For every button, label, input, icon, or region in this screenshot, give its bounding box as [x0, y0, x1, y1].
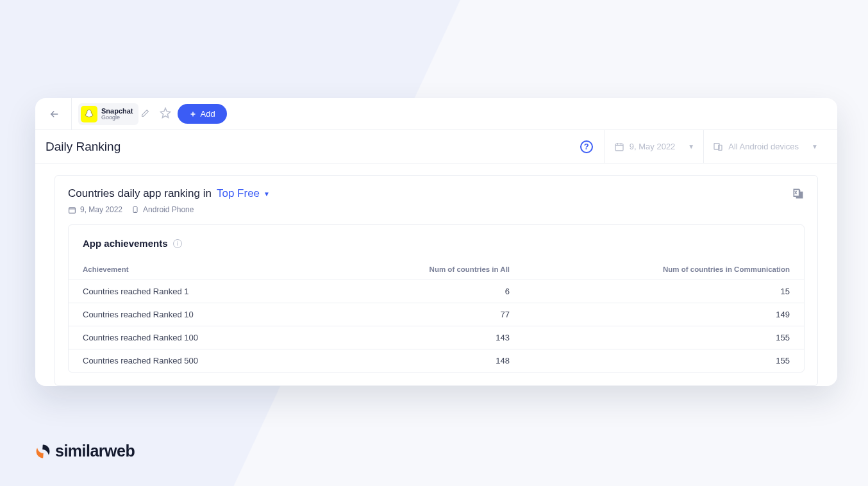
app-chip[interactable]: Snapchat Google [78, 103, 138, 125]
panel-title-row: Countries daily app ranking in Top Free … [68, 187, 270, 200]
phone-icon [131, 206, 139, 214]
back-button[interactable] [43, 103, 66, 126]
cell-comm: 155 [524, 326, 804, 349]
chevron-down-icon: ▼ [688, 143, 694, 150]
cell-comm: 15 [524, 280, 804, 303]
meta-device: Android Phone [131, 205, 194, 214]
cell-comm: 155 [524, 349, 804, 373]
calendar-icon [614, 142, 624, 152]
arrow-left-icon [49, 108, 60, 120]
category-value: Top Free [217, 187, 260, 200]
col-communication: Num of countries in Communication [524, 260, 804, 280]
main-card: Snapchat Google Add Daily Ranking ? 9, M… [35, 98, 837, 386]
titlebar: Daily Ranking ? 9, May 2022 ▼ All Androi… [35, 130, 837, 163]
devices-icon [713, 142, 723, 152]
cell-all: 77 [328, 303, 524, 326]
content: Countries daily app ranking in Top Free … [35, 163, 837, 386]
date-filter-value: 9, May 2022 [630, 142, 676, 151]
table-row: Countries reached Ranked 10 77 149 [69, 303, 804, 326]
meta-date: 9, May 2022 [68, 205, 122, 214]
cell-all: 143 [328, 326, 524, 349]
app-chip-text: Snapchat Google [101, 107, 133, 121]
cell-label: Countries reached Ranked 500 [69, 349, 328, 373]
table-row: Countries reached Ranked 100 143 155 [69, 326, 804, 349]
favorite-button[interactable] [153, 103, 178, 125]
panel-header: Countries daily app ranking in Top Free … [55, 187, 817, 224]
add-button-label: Add [201, 109, 215, 119]
topbar: Snapchat Google Add [35, 98, 837, 130]
cell-label: Countries reached Ranked 100 [69, 326, 328, 349]
export-excel-button[interactable] [792, 187, 805, 203]
excel-icon [792, 187, 805, 200]
chevron-down-icon: ▼ [263, 190, 270, 197]
plus-icon [189, 110, 197, 118]
ghost-icon [83, 108, 95, 120]
divider [71, 98, 72, 130]
achievements-title: App achievements [83, 238, 168, 249]
brand: similarweb [35, 442, 135, 460]
cell-all: 6 [328, 280, 524, 303]
panel-title-prefix: Countries daily app ranking in [68, 187, 212, 200]
cell-comm: 149 [524, 303, 804, 326]
col-all: Num of countries in All [328, 260, 524, 280]
snapchat-app-icon [81, 106, 97, 122]
category-dropdown[interactable]: Top Free ▼ [217, 187, 270, 200]
table-row: Countries reached Ranked 500 148 155 [69, 349, 804, 373]
edit-button[interactable] [137, 105, 153, 124]
achievements-box: App achievements i Achievement Num of co… [68, 224, 805, 373]
device-filter-value: All Android devices [728, 142, 799, 151]
app-name: Snapchat [101, 107, 133, 115]
meta-device-value: Android Phone [143, 205, 194, 214]
achievements-title-row: App achievements i [69, 238, 804, 260]
table-header-row: Achievement Num of countries in All Num … [69, 260, 804, 280]
table-row: Countries reached Ranked 1 6 15 [69, 280, 804, 303]
date-filter[interactable]: 9, May 2022 ▼ [605, 130, 703, 163]
col-achievement: Achievement [69, 260, 328, 280]
brand-name: similarweb [55, 442, 135, 460]
svg-rect-0 [615, 144, 623, 151]
app-publisher: Google [101, 115, 133, 121]
similarweb-logo-icon [35, 443, 51, 460]
pencil-icon [141, 109, 149, 117]
chevron-down-icon: ▼ [812, 143, 818, 150]
achievements-table: Achievement Num of countries in All Num … [69, 260, 804, 372]
device-filter[interactable]: All Android devices ▼ [703, 130, 827, 163]
cell-label: Countries reached Ranked 1 [69, 280, 328, 303]
page-title: Daily Ranking [46, 140, 580, 154]
cell-label: Countries reached Ranked 10 [69, 303, 328, 326]
panel-title-block: Countries daily app ranking in Top Free … [68, 187, 270, 214]
meta-date-value: 9, May 2022 [80, 205, 122, 214]
cell-all: 148 [328, 349, 524, 373]
star-icon [160, 107, 171, 119]
panel-meta: 9, May 2022 Android Phone [68, 205, 270, 214]
add-button[interactable]: Add [178, 104, 227, 124]
calendar-icon [68, 206, 76, 214]
ranking-panel: Countries daily app ranking in Top Free … [54, 175, 818, 386]
svg-rect-3 [69, 207, 76, 213]
info-icon[interactable]: i [173, 239, 182, 248]
help-button[interactable]: ? [580, 140, 593, 153]
